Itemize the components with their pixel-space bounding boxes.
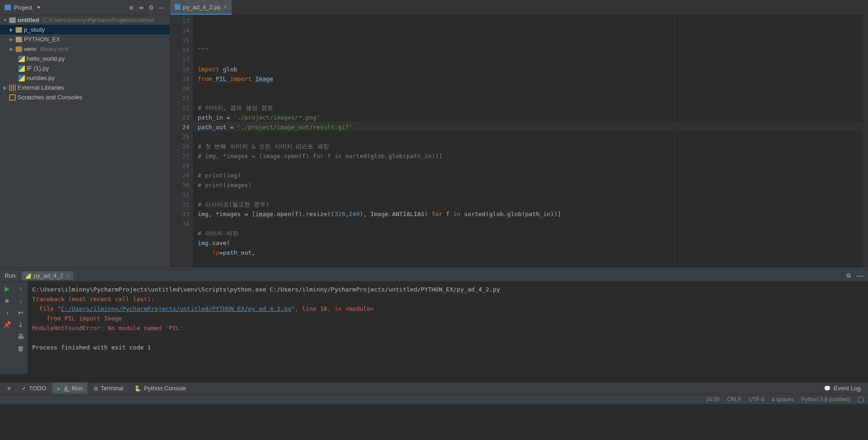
console-line: Process finished with exit code 1 [32, 344, 151, 351]
indent-settings[interactable]: 4 spaces [772, 396, 794, 403]
code-l16: from [198, 75, 212, 82]
run-toolbar-left2: ↑ ↓ ↩ ⤓ 🖶 🗑 [14, 282, 28, 374]
rerun-icon[interactable]: ▶ [3, 285, 11, 293]
project-tree[interactable]: ▼ untitled C:\Users\ilminny\PycharmProje… [0, 15, 170, 267]
console-line: C:\Users\ilminny\PycharmProjects\untitle… [32, 286, 500, 293]
chevron-right-icon: ▶ [9, 37, 14, 42]
close-icon[interactable]: × [223, 3, 227, 11]
right-margin [674, 15, 675, 267]
code-l13: """ [198, 46, 208, 53]
root-name: untitled [17, 17, 39, 23]
softwrap-icon[interactable]: ↩ [17, 309, 25, 317]
folder-hint: library root [40, 46, 68, 52]
gear-icon[interactable]: ⚙ [148, 4, 155, 11]
stop-icon[interactable]: ■ [3, 297, 11, 305]
up-icon[interactable]: ↑ [17, 285, 25, 293]
scratch-label: Scratches and Consoles [17, 94, 82, 101]
console-line: ModuleNotFoundError: No module named 'PI… [32, 325, 183, 331]
scroll-to-end-icon[interactable]: ⤓ [17, 320, 25, 329]
tree-external-libraries[interactable]: ▶ External Libraries [0, 83, 170, 92]
layout-icon[interactable]: ⫞ [3, 309, 11, 317]
run-configuration-tab[interactable]: py_ad_4_2 × [22, 271, 73, 280]
code-l32: # 이미지 저장 [198, 230, 238, 237]
bottom-toolwindow-tabs: ≡ ✓TODO ▶4: Run ⧉Terminal 🐍Python Consol… [0, 382, 868, 394]
code-l21: path_out = [198, 124, 237, 131]
down-icon[interactable]: ↓ [17, 297, 25, 305]
lock-icon[interactable] [858, 397, 863, 402]
tree-folder-venv[interactable]: ▶ venv library root [0, 44, 170, 54]
code-l26: # print(img) [198, 172, 241, 179]
code-area[interactable]: """ import glob from PIL import Image # … [193, 15, 868, 267]
line-separator[interactable]: CRLF [727, 396, 741, 403]
collapse-icon[interactable]: ⇹ [137, 4, 145, 11]
code-l34 [198, 249, 212, 256]
code-l24: # img, *images = [image.open(f) for f in… [198, 153, 442, 160]
console-line: Traceback (most recent call last): [32, 296, 154, 303]
run-toolwindow-header: Run: py_ad_4_2 × ⚙ — [0, 270, 868, 282]
print-icon[interactable]: 🖶 [17, 332, 25, 341]
file-label: hello_world.py [27, 55, 65, 62]
chevron-down-icon: ▼ [3, 17, 7, 23]
status-bar: 24:35 CRLF UTF-8 4 spaces Python 3.8 (un… [0, 394, 868, 404]
tree-folder-pythonex[interactable]: ▶ PYTHON_EX [0, 34, 170, 44]
tab-event-log[interactable]: 💬Event Log [819, 383, 865, 394]
tab-terminal[interactable]: ⧉Terminal [89, 383, 128, 394]
run-toolbar-left: ▶ ■ ⫞ 📌 [0, 282, 14, 374]
trash-icon[interactable]: 🗑 [17, 344, 25, 353]
folder-icon [9, 17, 16, 23]
code-l29: # 리사이즈(필요한 경우) [198, 201, 269, 208]
code-l19: # 이미지, 결과 생성 경로 [198, 104, 273, 111]
locate-icon[interactable]: ⊕ [127, 4, 135, 11]
python-file-icon [175, 4, 180, 10]
run-label: Run: [5, 272, 17, 279]
run-tab-name: py_ad_4_2 [34, 272, 63, 279]
console-line: from PIL import Image [32, 315, 122, 322]
minimize-icon[interactable]: — [856, 272, 863, 280]
folder-icon [16, 37, 22, 42]
project-label: Project [14, 4, 32, 11]
tab-todo[interactable]: ✓TODO [17, 383, 51, 394]
console-output[interactable]: C:\Users\ilminny\PycharmProjects\untitle… [28, 282, 868, 374]
chevron-right-icon: ▶ [9, 27, 14, 32]
editor-scrollbar[interactable] [862, 15, 868, 267]
code-l27: # print(images) [198, 182, 251, 189]
tree-root[interactable]: ▼ untitled C:\Users\ilminny\PycharmProje… [0, 15, 170, 25]
editor-area[interactable]: 1314151617181920212223242526272829303132… [170, 15, 868, 267]
tab-python-console[interactable]: 🐍Python Console [130, 383, 191, 394]
tree-scratches[interactable]: ▶ Scratches and Consoles [0, 92, 170, 102]
python-interpreter[interactable]: Python 3.8 (untitled) [801, 396, 851, 403]
folder-label: venv [24, 46, 36, 52]
file-label: IF (1).py [27, 65, 49, 72]
pin-icon[interactable]: 📌 [3, 320, 11, 329]
project-toolwindow-header[interactable]: Project ⊕ ⇹ ⚙ — [0, 0, 170, 15]
extlib-label: External Libraries [17, 84, 64, 91]
python-file-icon [18, 56, 25, 62]
folder-icon [16, 27, 22, 33]
chevron-right-icon: ▶ [3, 85, 7, 90]
tree-file-hello[interactable]: hello_world.py [0, 54, 170, 63]
folder-label: p_study [24, 26, 45, 33]
project-icon [5, 5, 11, 10]
tab-filename: py_ad_4_2.py [183, 4, 221, 11]
library-icon [9, 85, 16, 91]
python-file-icon [18, 65, 25, 72]
code-l15: import [198, 66, 219, 73]
folder-icon [16, 46, 22, 52]
code-l30: img, *images = [ [198, 211, 255, 217]
file-link[interactable]: C:/Users/ilminny/PycharmProjects/untitle… [61, 305, 291, 312]
gutter[interactable]: 1314151617181920212223242526272829303132… [170, 15, 193, 267]
python-icon [25, 273, 31, 279]
code-l33: img.save( [198, 240, 230, 246]
hide-icon[interactable]: — [158, 4, 165, 11]
tree-file-number[interactable]: number.py [0, 73, 170, 83]
close-icon[interactable]: × [66, 272, 70, 279]
editor-tab[interactable]: py_ad_4_2.py × [170, 0, 232, 15]
tab-structure[interactable]: ≡ [3, 383, 15, 394]
tree-folder-pstudy[interactable]: ▶ p_study [0, 25, 170, 34]
tab-run[interactable]: ▶4: Run [52, 383, 87, 394]
file-encoding[interactable]: UTF-8 [749, 396, 765, 403]
cursor-position[interactable]: 24:35 [706, 396, 720, 403]
gear-icon[interactable]: ⚙ [846, 272, 851, 279]
tree-file-if1[interactable]: IF (1).py [0, 63, 170, 73]
chevron-right-icon: ▶ [9, 46, 14, 51]
